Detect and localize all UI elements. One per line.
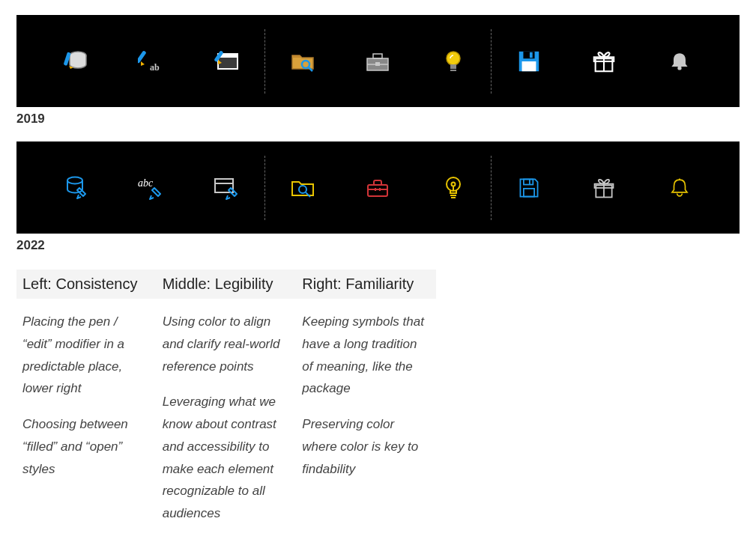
edit-window-icon: [190, 174, 264, 201]
year-label-2019: 2019: [16, 112, 756, 127]
right-p2: Preserving color where color is key to f…: [302, 413, 429, 480]
icon-bar-2019: ab: [16, 15, 740, 107]
svg-marker-4: [141, 61, 145, 66]
svg-rect-29: [215, 179, 233, 192]
svg-rect-33: [368, 185, 387, 196]
svg-rect-21: [524, 51, 535, 58]
svg-text:ab: ab: [150, 62, 160, 73]
svg-point-27: [67, 177, 82, 183]
save-icon: [492, 49, 566, 74]
svg-point-40: [451, 182, 455, 186]
folder-search-icon: [265, 174, 340, 201]
svg-rect-13: [373, 54, 382, 58]
save-icon: [492, 176, 566, 200]
col-middle: Using color to align and clarify real-wo…: [157, 299, 297, 543]
group-middle-2022: [265, 174, 491, 201]
rename-icon: abc: [114, 174, 189, 201]
edit-cylinder-icon: [39, 48, 114, 75]
col-left: Placing the pen / “edit” modifier in a p…: [16, 299, 157, 543]
group-left-2019: ab: [39, 48, 264, 75]
toolbox-icon: [340, 48, 415, 75]
gift-icon: [566, 175, 641, 201]
right-p1: Keeping symbols that have a long traditi…: [302, 311, 429, 400]
header-middle: Middle: Legibility: [157, 270, 297, 299]
edit-window-icon: [190, 48, 264, 75]
group-left-2022: abc: [39, 174, 264, 201]
svg-text:abc: abc: [138, 177, 154, 189]
middle-p2: Leveraging what we know about contrast a…: [163, 391, 289, 525]
principles-body: Placing the pen / “edit” modifier in a p…: [16, 299, 436, 543]
svg-rect-15: [375, 62, 380, 66]
bell-icon: [642, 175, 717, 201]
rename-icon: ab: [114, 48, 189, 75]
svg-rect-20: [522, 61, 536, 71]
middle-p1: Using color to align and clarify real-wo…: [163, 311, 289, 377]
svg-rect-3: [138, 50, 147, 64]
header-left: Left: Consistency: [16, 270, 157, 299]
edit-cylinder-icon: [39, 174, 114, 201]
toolbox-icon: [340, 174, 415, 201]
group-right-2022: [492, 175, 717, 201]
left-p1: Placing the pen / “edit” modifier in a p…: [22, 311, 149, 400]
svg-rect-17: [450, 64, 456, 69]
left-p2: Choosing between “filled” and “open” sty…: [22, 413, 149, 480]
group-right-2019: [492, 49, 717, 74]
bell-icon: [642, 49, 717, 73]
principles-table: Left: Consistency Middle: Legibility Rig…: [16, 270, 436, 543]
folder-search-icon: [265, 48, 340, 75]
svg-rect-44: [524, 188, 534, 196]
lightbulb-icon: [416, 48, 491, 75]
header-right: Right: Familiarity: [296, 270, 436, 299]
svg-rect-42: [524, 179, 533, 184]
svg-point-31: [299, 186, 306, 193]
col-right: Keeping symbols that have a long traditi…: [296, 299, 436, 543]
svg-point-26: [677, 66, 681, 70]
svg-point-16: [447, 52, 460, 65]
group-middle-2019: [265, 48, 491, 75]
svg-rect-22: [530, 52, 533, 58]
gift-icon: [566, 49, 641, 74]
lightbulb-icon: [416, 174, 491, 201]
principles-header-row: Left: Consistency Middle: Legibility Rig…: [16, 270, 436, 299]
year-label-2022: 2022: [16, 238, 756, 253]
icon-bar-2022: abc: [16, 141, 740, 234]
